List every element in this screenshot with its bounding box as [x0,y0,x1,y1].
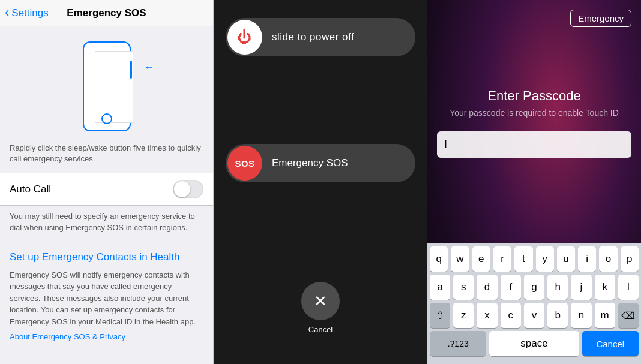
sos-slider-label: Emergency SOS [272,157,348,169]
sos-badge-text: SOS [235,158,254,169]
key-j[interactable]: j [571,275,591,300]
privacy-link[interactable]: About Emergency SOS & Privacy [10,332,203,341]
phone-illustration: ← [77,38,137,134]
phone-body [83,41,131,131]
key-b[interactable]: b [547,303,568,328]
cancel-x-icon: ✕ [314,293,327,309]
key-t[interactable]: t [514,246,532,272]
space-key[interactable]: space [489,331,579,356]
delete-key[interactable]: ⌫ [618,303,639,328]
settings-content: ← Rapidly click the sleep/wake button fi… [0,26,213,364]
delete-icon: ⌫ [621,310,635,321]
sos-slider-row: SOS Emergency SOS [226,144,415,182]
back-button[interactable]: ‹ Settings [5,7,49,19]
cancel-label: Cancel [308,325,333,334]
passcode-title: Enter Passcode [487,88,580,104]
key-g[interactable]: g [524,275,544,300]
cancel-container: ✕ Cancel [301,270,340,334]
key-y[interactable]: y [536,246,554,272]
power-icon-circle: ⏻ [227,20,262,55]
phone-side-button [130,61,132,79]
keyboard-row-1: q w e r t y u i o p [430,246,639,272]
passcode-subtitle: Your passcode is required to enable Touc… [450,107,619,119]
key-e[interactable]: e [472,246,490,272]
key-w[interactable]: w [451,246,469,272]
passcode-middle: Enter Passcode Your passcode is required… [427,3,641,243]
sos-badge: SOS [227,146,262,181]
keyboard-row-3: ⇧ z x c v b n m ⌫ [430,303,639,328]
key-z[interactable]: z [453,303,474,328]
auto-call-section: Auto Call [0,173,213,206]
poweroff-panel: ⏻ slide to power off SOS Emergency SOS ✕… [214,0,427,364]
numbers-key[interactable]: .?123 [430,331,486,356]
key-r[interactable]: r [493,246,511,272]
navigation-bar: ‹ Settings Emergency SOS [0,0,213,26]
sos-slider-pill[interactable]: SOS Emergency SOS [226,144,415,182]
key-i[interactable]: i [578,246,596,272]
power-slider-label: slide to power off [272,31,354,43]
key-h[interactable]: h [547,275,568,300]
power-icon: ⏻ [238,29,252,46]
key-o[interactable]: o [599,246,617,272]
auto-call-toggle[interactable] [173,180,203,198]
key-c[interactable]: c [501,303,521,328]
auto-call-row: Auto Call [0,173,213,206]
keyboard-bottom-row: .?123 space Cancel [430,331,639,356]
chevron-left-icon: ‹ [5,6,9,19]
helper-text: You may still need to specify an emergen… [0,206,213,241]
key-s[interactable]: s [453,275,474,300]
key-n[interactable]: n [571,303,591,328]
keyboard-row-2: a s d f g h j k l [430,275,639,300]
health-desc: Emergency SOS will notify emergency cont… [10,269,203,328]
key-p[interactable]: p [621,246,639,272]
key-k[interactable]: k [595,275,615,300]
back-label: Settings [11,7,48,19]
key-v[interactable]: v [524,303,544,328]
phone-home-button [101,113,112,124]
passcode-panel: Emergency Enter Passcode Your passcode i… [427,0,641,364]
settings-panel: ‹ Settings Emergency SOS ← Rapidly click… [0,0,214,364]
keyboard-area: q w e r t y u i o p a s d f g h j k l ⇧ … [427,243,641,364]
shift-key[interactable]: ⇧ [430,303,450,328]
key-q[interactable]: q [430,246,448,272]
key-m[interactable]: m [595,303,615,328]
key-l[interactable]: l [618,275,639,300]
cancel-button[interactable]: ✕ [301,282,340,320]
key-d[interactable]: d [477,275,497,300]
phone-illustration-container: ← [0,26,213,143]
power-slider-row: ⏻ slide to power off [226,18,415,56]
key-x[interactable]: x [477,303,497,328]
auto-call-label: Auto Call [10,183,51,195]
key-u[interactable]: u [557,246,575,272]
key-f[interactable]: f [501,275,521,300]
toggle-knob [174,181,190,197]
power-slider-pill[interactable]: ⏻ slide to power off [226,18,415,56]
key-a[interactable]: a [430,275,450,300]
page-title: Emergency SOS [67,7,146,19]
phone-screen [95,51,133,123]
description-text: Rapidly click the sleep/wake button five… [0,143,213,173]
cancel-keyboard-key[interactable]: Cancel [582,331,639,356]
passcode-input[interactable] [437,131,631,158]
health-link-title[interactable]: Set up Emergency Contacts in Health [10,251,203,263]
arrow-icon: ← [144,61,155,74]
health-link-block: Set up Emergency Contacts in Health Emer… [0,242,213,351]
